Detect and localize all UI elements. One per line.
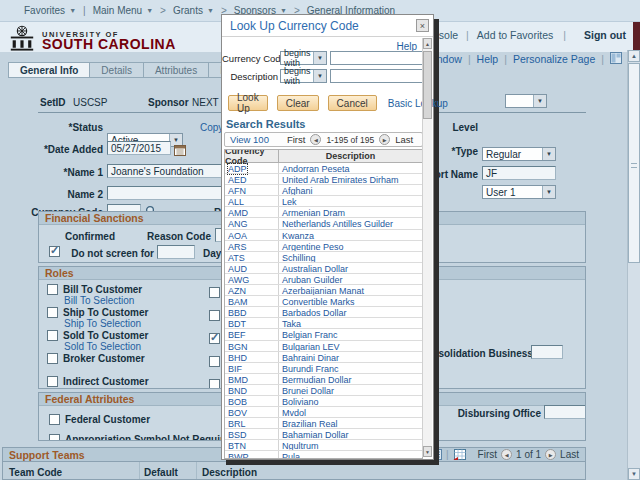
modal-scrollbar-thumb[interactable] <box>423 51 432 119</box>
last-link[interactable]: Last <box>395 134 413 145</box>
role-selection-link[interactable]: Ship To Selection <box>47 318 149 330</box>
role-checkbox-col2[interactable] <box>209 379 220 389</box>
currency-desc-link[interactable]: Boliviano <box>282 397 319 406</box>
modal-button[interactable]: Clear <box>277 95 319 111</box>
currency-code-link[interactable]: ARS <box>228 242 247 252</box>
modal-scrollbar[interactable]: ▲ ▼ <box>422 38 432 457</box>
currency-code-link[interactable]: BND <box>228 386 247 396</box>
federal-checkbox[interactable] <box>49 434 60 442</box>
currency-desc-link[interactable]: Convertible Marks <box>282 297 355 306</box>
role-checkbox[interactable] <box>47 307 58 318</box>
role-selection-link[interactable] <box>47 387 149 389</box>
currency-code-link[interactable]: AOA <box>228 231 247 241</box>
role-selection-link[interactable]: Sold To Selection <box>47 341 149 353</box>
currency-desc-link[interactable]: Argentine Peso <box>282 242 344 251</box>
operator-dropdown[interactable]: begins with▼ <box>280 51 327 65</box>
currency-code-link[interactable]: AMD <box>228 208 248 218</box>
currency-code-link[interactable]: ADP <box>228 164 247 174</box>
breadcrumb-item[interactable]: | Main Menu <box>76 5 153 16</box>
currency-desc-link[interactable]: Bahamian Dollar <box>282 430 349 439</box>
modal-button[interactable]: Look Up <box>228 95 268 111</box>
currency-code-link[interactable]: BTN <box>228 441 246 451</box>
disbursing-office-input[interactable] <box>544 405 586 419</box>
role-checkbox[interactable] <box>47 376 58 387</box>
level-dropdown[interactable]: Regular▼ <box>482 147 556 161</box>
close-icon[interactable]: × <box>416 19 429 32</box>
currency-code-link[interactable]: AZN <box>228 286 246 296</box>
currency-desc-link[interactable]: Afghani <box>282 186 313 195</box>
next-page-icon[interactable]: ▶ <box>545 449 556 460</box>
currency-desc-link[interactable]: Barbados Dollar <box>282 308 347 317</box>
prev-page-icon[interactable]: ◀ <box>310 134 321 145</box>
first-link[interactable]: First <box>287 134 305 145</box>
calendar-icon[interactable] <box>174 142 186 160</box>
lookup-value-input[interactable] <box>330 51 424 65</box>
currency-desc-link[interactable]: Netherlands Antilles Guilder <box>282 219 393 228</box>
first-link[interactable]: First <box>478 449 497 460</box>
currency-code-link[interactable]: BAM <box>228 297 248 307</box>
short-name-input[interactable]: JF <box>482 166 556 180</box>
currency-code-link[interactable]: BIF <box>228 364 242 374</box>
scroll-up-icon[interactable]: ▲ <box>628 50 640 62</box>
confirmed-checkbox[interactable] <box>49 246 60 257</box>
next-page-icon[interactable]: ▶ <box>379 134 390 145</box>
currency-code-link[interactable]: BOV <box>228 408 247 418</box>
currency-desc-link[interactable]: Ngultrum <box>282 441 319 450</box>
last-link[interactable]: Last <box>560 449 579 460</box>
currency-code-link[interactable]: AFN <box>228 186 246 196</box>
breadcrumb-item[interactable]: Favorites <box>10 5 76 16</box>
role-checkbox[interactable] <box>47 330 58 341</box>
currency-desc-link[interactable]: Mvdol <box>282 408 306 417</box>
currency-code-link[interactable]: BBD <box>228 308 247 318</box>
toolbar-link[interactable]: | Personalize Page <box>498 53 595 65</box>
currency-desc-link[interactable]: Lek <box>282 197 297 206</box>
currency-desc-link[interactable]: Burundi Franc <box>282 364 339 373</box>
name1-input[interactable]: Joanne's Foundation <box>107 164 233 178</box>
lookup-value-input[interactable] <box>330 69 424 83</box>
header-empty-dropdown[interactable]: ▼ <box>505 94 547 108</box>
tab[interactable]: Attributes <box>143 62 208 78</box>
sign-out-link[interactable]: Sign out <box>584 29 626 41</box>
currency-desc-link[interactable]: Taka <box>282 319 301 328</box>
currency-desc-link[interactable]: Bahraini Dinar <box>282 353 339 362</box>
role-checkbox[interactable] <box>47 353 58 364</box>
currency-code-link[interactable]: BGN <box>228 342 248 352</box>
currency-code-link[interactable]: ALL <box>228 197 244 207</box>
currency-desc-link[interactable]: Bermudian Dollar <box>282 375 352 384</box>
currency-desc-link[interactable]: Pula <box>282 452 300 459</box>
modal-button[interactable]: Cancel <box>328 95 377 111</box>
currency-desc-link[interactable]: Kwanza <box>282 231 314 240</box>
scroll-down-icon[interactable]: ▼ <box>628 468 640 480</box>
copy-link[interactable]: Copy <box>200 122 223 133</box>
role-selection-link[interactable]: Bill To Selection <box>47 295 149 307</box>
prev-page-icon[interactable]: ◀ <box>501 449 512 460</box>
date-added-input[interactable]: 05/27/2015 <box>107 141 171 155</box>
currency-code-link[interactable]: AED <box>228 175 247 185</box>
currency-code-link[interactable]: ATS <box>228 253 245 263</box>
tab[interactable]: Details <box>89 62 143 78</box>
currency-desc-link[interactable]: Brazilian Real <box>282 419 338 428</box>
currency-code-link[interactable]: BOB <box>228 397 247 407</box>
breadcrumb-item[interactable]: > Grants <box>153 5 214 16</box>
currency-code-link[interactable]: BMD <box>228 375 248 385</box>
currency-code-link[interactable]: AWG <box>228 275 249 285</box>
currency-code-link[interactable]: BDT <box>228 319 246 329</box>
role-checkbox[interactable] <box>47 284 58 295</box>
name2-input[interactable] <box>107 186 233 200</box>
currency-desc-link[interactable]: Azerbaijanian Manat <box>282 286 364 295</box>
currency-code-link[interactable]: BSD <box>228 430 247 440</box>
federal-checkbox[interactable] <box>49 414 60 425</box>
scroll-up-icon[interactable]: ▲ <box>423 38 432 49</box>
currency-desc-link[interactable]: Brunei Dollar <box>282 386 334 395</box>
currency-desc-link[interactable]: Aruban Guilder <box>282 275 343 284</box>
page-layout-icon[interactable] <box>610 52 622 66</box>
currency-code-link[interactable]: BRL <box>228 419 246 429</box>
role-checkbox-col2[interactable] <box>209 356 220 367</box>
header-link[interactable]: | Add to Favorites <box>458 29 553 41</box>
currency-code-link[interactable]: BHD <box>228 353 247 363</box>
do-not-screen-input[interactable] <box>157 245 195 259</box>
role-selection-link[interactable] <box>47 364 149 376</box>
currency-code-link[interactable]: ANG <box>228 219 248 229</box>
basic-lookup-link[interactable]: Basic Lookup <box>388 98 448 109</box>
operator-dropdown[interactable]: begins with▼ <box>280 69 327 83</box>
